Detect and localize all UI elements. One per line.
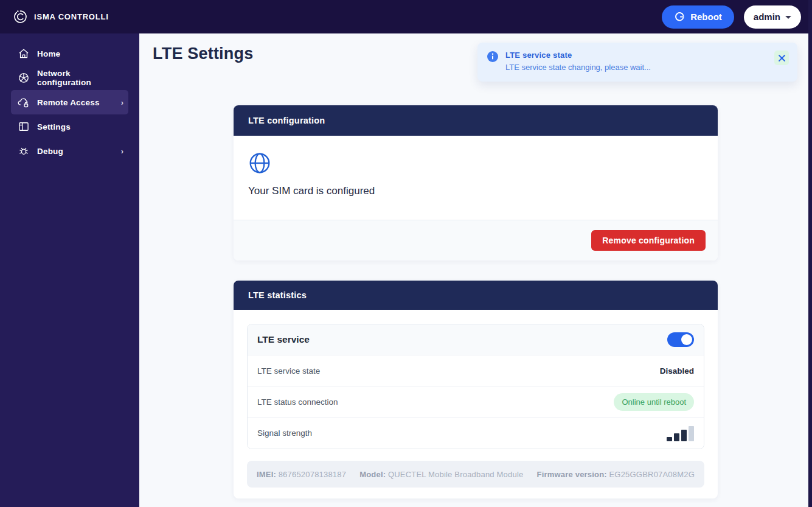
lte-service-state-row: LTE service state Disabled bbox=[248, 355, 704, 386]
reboot-button[interactable]: Reboot bbox=[662, 5, 734, 29]
lte-statistics-card-header: LTE statistics bbox=[234, 281, 718, 310]
window-edge-strip bbox=[808, 0, 812, 507]
device-imei: IMEI: 867652078138187 bbox=[257, 470, 346, 479]
lte-configuration-card-footer: Remove configuration bbox=[234, 220, 718, 260]
sidebar-item-home[interactable]: Home bbox=[11, 41, 128, 66]
sidebar: Home Network configuration Remote Access… bbox=[0, 33, 139, 507]
main-content: LTE Settings LTE configuration Your SIM … bbox=[139, 33, 812, 507]
globe-icon bbox=[248, 152, 271, 177]
lte-service-state-value: Disabled bbox=[660, 366, 694, 376]
lte-configuration-card: LTE configuration Your SIM card is confi… bbox=[234, 105, 718, 260]
network-icon bbox=[17, 71, 30, 85]
user-menu-button[interactable]: admin bbox=[744, 5, 801, 29]
toast-title: LTE service state bbox=[505, 51, 767, 60]
toast-close-button[interactable] bbox=[774, 51, 789, 65]
lte-configuration-card-header: LTE configuration bbox=[234, 105, 718, 136]
toast-notification: LTE service state LTE service state chan… bbox=[477, 43, 797, 82]
isma-logo-icon bbox=[12, 9, 29, 25]
lte-service-label: LTE service bbox=[257, 334, 310, 345]
device-info-bar: IMEI: 867652078138187 Model: QUECTEL Mob… bbox=[247, 461, 704, 488]
top-bar: iSMA CONTROLLI Reboot admin bbox=[0, 0, 812, 33]
sidebar-item-debug[interactable]: Debug › bbox=[11, 139, 128, 163]
device-model: Model: QUECTEL Mobile Broadband Module bbox=[359, 470, 523, 479]
sidebar-item-settings[interactable]: Settings bbox=[11, 114, 128, 139]
lte-service-toggle[interactable] bbox=[667, 332, 694, 347]
lte-status-connection-row: LTE status connection Online until reboo… bbox=[248, 386, 704, 418]
bug-icon bbox=[17, 144, 30, 158]
signal-strength-row: Signal strength bbox=[248, 418, 704, 449]
remove-configuration-button[interactable]: Remove configuration bbox=[591, 230, 706, 251]
chevron-down-icon bbox=[785, 16, 791, 19]
reboot-refresh-icon bbox=[674, 11, 685, 23]
window-icon bbox=[17, 120, 30, 133]
lte-service-row: LTE service bbox=[248, 324, 704, 355]
chevron-right-icon: › bbox=[121, 98, 123, 107]
status-badge: Online until reboot bbox=[614, 393, 694, 411]
device-firmware-version: Firmware version: EG25GGBR07A08M2G bbox=[536, 470, 695, 479]
toast-message: LTE service state changing, please wait.… bbox=[505, 63, 767, 72]
sidebar-item-network-configuration[interactable]: Network configuration bbox=[11, 66, 128, 90]
lte-statistics-panel: LTE service LTE service state Disabled L… bbox=[247, 324, 704, 449]
brand-name: iSMA CONTROLLI bbox=[34, 12, 109, 21]
lte-statistics-card: LTE statistics LTE service LTE service s… bbox=[234, 281, 718, 498]
info-icon bbox=[487, 51, 498, 74]
brand-logo: iSMA CONTROLLI bbox=[12, 9, 109, 25]
sim-configured-text: Your SIM card is configured bbox=[248, 185, 703, 197]
toggle-knob bbox=[681, 334, 692, 345]
cloud-lock-icon bbox=[17, 96, 30, 109]
signal-bars-icon bbox=[667, 425, 694, 441]
sidebar-item-remote-access[interactable]: Remote Access › bbox=[11, 90, 128, 114]
close-icon bbox=[778, 54, 786, 62]
home-icon bbox=[17, 47, 30, 60]
chevron-right-icon: › bbox=[121, 147, 123, 156]
